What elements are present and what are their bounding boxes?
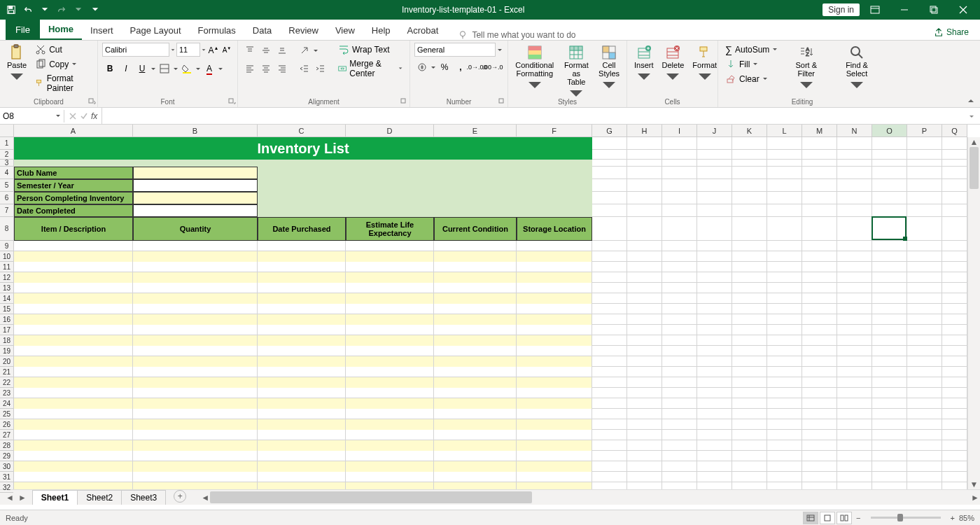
row-header-24[interactable]: 24 [0, 398, 13, 409]
cell-H8[interactable] [627, 217, 662, 241]
cell-C12[interactable] [258, 272, 346, 283]
cell-A10[interactable] [14, 251, 133, 262]
cell-M32[interactable] [802, 482, 837, 489]
cell-D20[interactable] [346, 356, 434, 367]
cell-A12[interactable] [14, 272, 133, 283]
conditional-formatting-button[interactable]: Conditional Formatting [512, 43, 557, 105]
cell-P6[interactable] [907, 192, 942, 204]
cell-C18[interactable] [258, 335, 346, 346]
cell-Q10[interactable] [942, 251, 967, 262]
wrap-text-button[interactable]: Wrap Text [335, 43, 405, 57]
cell-A28[interactable] [14, 440, 133, 451]
cell-C20[interactable] [258, 356, 346, 367]
row-header-3[interactable]: 3 [0, 160, 13, 167]
tell-me-input[interactable]: Tell me what you want to do [458, 30, 575, 40]
font-size-select[interactable] [176, 43, 200, 57]
orientation-icon[interactable] [297, 43, 312, 58]
cell-C24[interactable] [258, 398, 346, 409]
cell-B8[interactable]: Quantity [133, 217, 258, 241]
cell-J16[interactable] [697, 314, 732, 325]
cell-L27[interactable] [767, 430, 802, 440]
cell-D30[interactable] [346, 461, 434, 472]
cell-F24[interactable] [517, 398, 592, 409]
cell-Q25[interactable] [942, 409, 967, 419]
cell-H19[interactable] [627, 346, 662, 356]
cell-M4[interactable] [802, 167, 837, 179]
cell-D8[interactable]: Estimate Life Expectancy [346, 217, 434, 241]
cell-E27[interactable] [434, 430, 517, 440]
column-header-F[interactable]: F [517, 125, 592, 136]
column-header-E[interactable]: E [434, 125, 517, 136]
alignment-launcher-icon[interactable] [400, 97, 408, 106]
cell-G26[interactable] [592, 419, 627, 430]
cell-Q9[interactable] [942, 241, 967, 251]
cell-Q30[interactable] [942, 461, 967, 472]
cell-B14[interactable] [133, 293, 258, 304]
column-header-L[interactable]: L [767, 125, 802, 136]
cell-O32[interactable] [872, 482, 907, 489]
cell-G2[interactable] [592, 150, 627, 160]
cell-J24[interactable] [697, 398, 732, 409]
format-painter-button[interactable]: Format Painter [32, 72, 93, 94]
cell-H7[interactable] [627, 204, 662, 217]
cell-K18[interactable] [732, 335, 767, 346]
cell-L8[interactable] [767, 217, 802, 241]
cell-J8[interactable] [697, 217, 732, 241]
cell-G3[interactable] [592, 160, 627, 167]
cell-I2[interactable] [662, 150, 697, 160]
cell-Q29[interactable] [942, 451, 967, 461]
cut-button[interactable]: Cut [32, 43, 93, 57]
cell-N1[interactable] [837, 137, 872, 150]
font-family-dropdown-icon[interactable] [170, 43, 176, 57]
cell-I3[interactable] [662, 160, 697, 167]
cell-L24[interactable] [767, 398, 802, 409]
cell-H9[interactable] [627, 241, 662, 251]
border-dropdown-icon[interactable] [173, 61, 178, 76]
cell-O23[interactable] [872, 388, 907, 398]
cell-C26[interactable] [258, 419, 346, 430]
cell-O16[interactable] [872, 314, 907, 325]
row-header-4[interactable]: 4 [0, 167, 13, 179]
cell-I27[interactable] [662, 430, 697, 440]
tab-insert[interactable]: Insert [82, 21, 122, 40]
number-launcher-icon[interactable] [498, 97, 506, 106]
cell-H16[interactable] [627, 314, 662, 325]
cell-N13[interactable] [837, 283, 872, 293]
cell-M8[interactable] [802, 217, 837, 241]
cell-P14[interactable] [907, 293, 942, 304]
expand-formula-bar-icon[interactable] [967, 112, 976, 120]
cell-D22[interactable] [346, 377, 434, 388]
cell-P15[interactable] [907, 304, 942, 314]
cell-M28[interactable] [802, 440, 837, 451]
cell-M13[interactable] [802, 283, 837, 293]
cell-D29[interactable] [346, 451, 434, 461]
cell-J12[interactable] [697, 272, 732, 283]
cell-N15[interactable] [837, 304, 872, 314]
sheet-tab-sheet2[interactable]: Sheet2 [77, 490, 122, 505]
cell-D23[interactable] [346, 388, 434, 398]
cell-A29[interactable] [14, 451, 133, 461]
cell-C32[interactable] [258, 482, 346, 489]
cell-G8[interactable] [592, 217, 627, 241]
cell-H28[interactable] [627, 440, 662, 451]
cell-K23[interactable] [732, 388, 767, 398]
tab-acrobat[interactable]: Acrobat [399, 21, 447, 40]
font-color-button[interactable]: A [202, 61, 217, 76]
cell-G29[interactable] [592, 451, 627, 461]
column-header-B[interactable]: B [133, 125, 258, 136]
cell-P22[interactable] [907, 377, 942, 388]
sort-filter-button[interactable]: AZSort & Filter [783, 43, 829, 105]
cell-D24[interactable] [346, 398, 434, 409]
name-box-dropdown-icon[interactable] [55, 114, 61, 118]
cell-P12[interactable] [907, 272, 942, 283]
cell-K1[interactable] [732, 137, 767, 150]
row-header-19[interactable]: 19 [0, 346, 13, 356]
cell-P1[interactable] [907, 137, 942, 150]
cell-Q11[interactable] [942, 262, 967, 272]
cell-J10[interactable] [697, 251, 732, 262]
cell-G32[interactable] [592, 482, 627, 489]
cell-A27[interactable] [14, 430, 133, 440]
cell-H21[interactable] [627, 367, 662, 377]
cell-I4[interactable] [662, 167, 697, 179]
cell-N10[interactable] [837, 251, 872, 262]
